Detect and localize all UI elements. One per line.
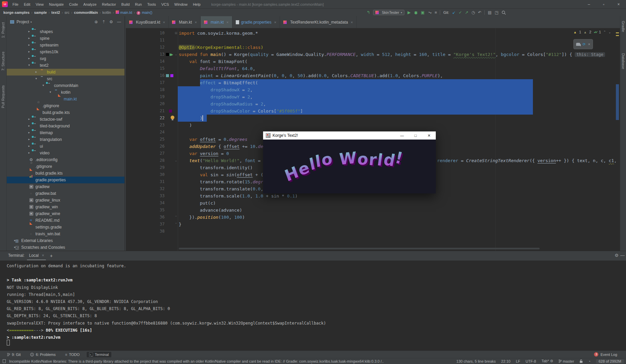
collapse-arrow-icon[interactable]: ▾ bbox=[50, 90, 51, 94]
close-icon[interactable]: × bbox=[588, 42, 590, 46]
caret-position[interactable]: 22:10 bbox=[501, 359, 511, 363]
tree-item-sprites10k[interactable]: ▸sprites10k bbox=[7, 49, 125, 55]
preview-icon[interactable]: ◳ bbox=[495, 10, 499, 15]
maximize-button[interactable]: ▫ bbox=[596, 0, 611, 9]
menu-code[interactable]: Code bbox=[66, 0, 81, 9]
menu-help[interactable]: Help bbox=[190, 0, 203, 9]
expand-arrow-icon[interactable]: ▸ bbox=[28, 43, 30, 47]
gear-icon[interactable]: ⚙ bbox=[109, 20, 113, 24]
breadcrumb-item[interactable]: main.kt bbox=[116, 10, 132, 14]
search-icon[interactable] bbox=[502, 10, 506, 15]
file-encoding[interactable]: UTF-8 bbox=[525, 359, 536, 363]
expand-arrow-icon[interactable]: ▸ bbox=[28, 50, 30, 53]
tree-item-settings-gradle[interactable]: settings.gradle bbox=[7, 224, 125, 231]
tab-close-icon[interactable]: × bbox=[351, 20, 353, 24]
breadcrumb-item[interactable]: commonMain bbox=[74, 10, 98, 14]
prev-problem-icon[interactable]: ⌃ bbox=[603, 30, 606, 34]
terminal-tab-local[interactable]: Local bbox=[29, 253, 39, 258]
new-terminal-session-button[interactable]: + bbox=[50, 253, 53, 259]
menu-analyze[interactable]: Analyze bbox=[81, 0, 99, 9]
breadcrumb-item[interactable]: src bbox=[64, 10, 69, 14]
collapse-arrow-icon[interactable]: ▾ bbox=[42, 84, 44, 87]
code-fold-icon[interactable]: ⌄ bbox=[175, 157, 177, 164]
expand-arrow-icon[interactable]: ▸ bbox=[28, 131, 30, 134]
gradle-reload-popup[interactable]: ⟳ × bbox=[573, 39, 593, 49]
tree-item-kotlin[interactable]: ▾kotlin bbox=[7, 89, 125, 96]
tree-item-scratches-and-consoles[interactable]: ▸◲Scratches and Consoles bbox=[7, 244, 125, 251]
sidebar-item-database[interactable]: Database bbox=[621, 53, 625, 69]
code-fold-icon[interactable]: ⊟ bbox=[175, 30, 177, 37]
collapse-arrow-icon[interactable]: ▾ bbox=[35, 77, 37, 80]
error-stripe[interactable] bbox=[616, 28, 619, 251]
tool-window-button-9-git[interactable]: 9: Git bbox=[5, 352, 23, 357]
app-maximize-button[interactable]: □ bbox=[409, 131, 422, 140]
code-fold-icon[interactable]: ⌃ bbox=[175, 214, 177, 221]
color-preview-swatch[interactable] bbox=[169, 110, 172, 113]
tool-window-button-todo[interactable]: ≡TODO bbox=[63, 352, 82, 357]
app-close-button[interactable]: ✕ bbox=[422, 131, 436, 140]
tree-item-tiled-background[interactable]: ▸tiled-background bbox=[7, 123, 125, 129]
collapse-arrow-icon[interactable]: ▾ bbox=[28, 63, 30, 67]
tool-window-button-6-problems[interactable]: 6: Problems bbox=[28, 352, 58, 357]
menu-file[interactable]: File bbox=[10, 0, 21, 9]
breadcrumb-item[interactable]: korge-samples bbox=[3, 10, 30, 14]
tree-item-triangulation[interactable]: ▸triangulation bbox=[7, 136, 125, 143]
code-fold-icon[interactable]: ⌄ bbox=[175, 51, 177, 58]
minimize-button[interactable]: – bbox=[581, 0, 596, 9]
expand-arrow-icon[interactable]: ▸ bbox=[28, 117, 30, 121]
tab-kuyoboard-kt[interactable]: KuyoBoard.kt× bbox=[126, 16, 169, 28]
tab-close-icon[interactable]: × bbox=[226, 20, 228, 24]
tree-item--editorconfig[interactable]: ⚙.editorconfig bbox=[7, 156, 125, 163]
tree-item-gradle-properties[interactable]: gradle.properties bbox=[7, 177, 125, 183]
tree-item-gradlew[interactable]: ▸gradlew bbox=[7, 183, 125, 190]
expand-arrow-icon[interactable]: ▸ bbox=[35, 70, 37, 73]
breadcrumb-item[interactable]: sample bbox=[34, 10, 47, 14]
tree-item-gradlew-wine[interactable]: ▸gradlew_wine bbox=[7, 210, 125, 217]
profiler-button[interactable]: ◔▾ bbox=[428, 10, 431, 15]
menu-view[interactable]: View bbox=[33, 0, 47, 9]
tab-close-icon[interactable]: × bbox=[195, 20, 197, 24]
tree-item-video[interactable]: ▸video bbox=[7, 150, 125, 156]
hide-panel-icon[interactable]: — bbox=[117, 20, 121, 24]
sidebar-item-project[interactable]: 1: Project bbox=[1, 22, 5, 38]
expand-arrow-icon[interactable]: ▸ bbox=[28, 138, 30, 141]
tree-item-tictactoe-swf[interactable]: ▸tictactoe-swf bbox=[7, 116, 125, 123]
run-main-gutter-icon[interactable]: ▶▶ bbox=[170, 51, 171, 58]
stop-button[interactable]: ■ bbox=[434, 10, 437, 15]
locate-file-icon[interactable]: ⊕ bbox=[94, 20, 98, 24]
menu-build[interactable]: Build bbox=[119, 0, 132, 9]
intention-bulb-icon[interactable] bbox=[171, 116, 174, 119]
tree-item-gradlew-bat[interactable]: ≡gradlew.bat bbox=[7, 190, 125, 197]
tree-item-gradlew-linux[interactable]: ▸gradlew_linux bbox=[7, 197, 125, 204]
run-button[interactable]: ▶ bbox=[407, 10, 410, 15]
tree-item-readme-md[interactable]: MREADME.md bbox=[7, 217, 125, 224]
tree-item-spriteanim[interactable]: ▸spriteanim bbox=[7, 42, 125, 49]
color-preview-swatch[interactable] bbox=[170, 74, 173, 77]
run-with-coverage-button[interactable]: ▣ bbox=[421, 10, 425, 15]
breadcrumb-item[interactable]: fmain() bbox=[137, 10, 152, 15]
tab-main-kt[interactable]: Main.kt× bbox=[169, 16, 200, 28]
terminal-tab-close-icon[interactable]: × bbox=[42, 253, 44, 258]
app-window-title-bar[interactable]: Korge's Text2! — □ ✕ bbox=[263, 131, 436, 140]
tree-item--gitignore[interactable]: ⊘.gitignore bbox=[7, 163, 125, 170]
navigate-back-icon[interactable]: ↰ bbox=[367, 10, 370, 15]
status-message[interactable]: Incompatible Kotlin/Native libraries: Th… bbox=[9, 359, 383, 363]
git-push-icon[interactable]: ↗ bbox=[465, 10, 468, 15]
run-configuration-select[interactable]: SkinTester ▾ bbox=[373, 10, 404, 15]
sidebar-item-pull-requests[interactable]: Pull Requests bbox=[1, 85, 5, 108]
indent-style[interactable]: Tab* ⚙ bbox=[541, 359, 553, 363]
tree-item-src[interactable]: ▾src bbox=[7, 75, 125, 82]
expand-arrow-icon[interactable]: ▸ bbox=[28, 36, 30, 40]
git-branch-widget[interactable]: master bbox=[559, 359, 574, 363]
tab-close-icon[interactable]: × bbox=[274, 20, 276, 24]
chevron-down-icon[interactable]: ▾ bbox=[30, 21, 32, 24]
tab-close-icon[interactable]: × bbox=[163, 20, 165, 24]
breadcrumb-item[interactable]: text2 bbox=[51, 10, 60, 14]
event-log-button[interactable]: 3 Event Log bbox=[594, 352, 617, 357]
tab-textrendererkt-kotlin-metadata[interactable]: TextRendererKt.kotlin_metadata× bbox=[280, 16, 357, 28]
sidebar-item-structure[interactable]: 7: Structure bbox=[1, 52, 5, 71]
debug-button[interactable] bbox=[414, 10, 418, 14]
tool-window-button-terminal[interactable]: >_Terminal bbox=[87, 352, 111, 357]
collapse-all-icon[interactable]: ⇡ bbox=[102, 20, 105, 24]
tree-item-build[interactable]: ▸build bbox=[7, 69, 125, 75]
